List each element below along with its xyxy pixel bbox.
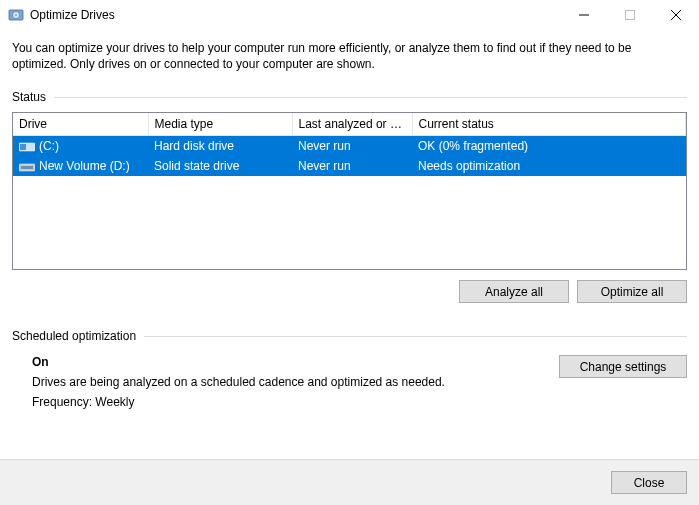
divider xyxy=(144,336,687,337)
col-last-analyzed[interactable]: Last analyzed or o... xyxy=(292,113,412,136)
scheduled-frequency: Frequency: Weekly xyxy=(32,395,539,409)
optimize-all-button[interactable]: Optimize all xyxy=(577,280,687,303)
titlebar: Optimize Drives xyxy=(0,0,699,30)
drive-last-analyzed: Never run xyxy=(292,136,412,156)
close-button[interactable]: Close xyxy=(611,471,687,494)
table-row[interactable]: (C:) Hard disk drive Never run OK (0% fr… xyxy=(13,136,686,156)
scheduled-label: Scheduled optimization xyxy=(12,329,136,343)
window-title: Optimize Drives xyxy=(30,8,561,22)
drive-name: New Volume (D:) xyxy=(39,159,130,173)
analyze-all-button[interactable]: Analyze all xyxy=(459,280,569,303)
status-button-row: Analyze all Optimize all xyxy=(12,280,687,303)
app-icon xyxy=(8,7,24,23)
drive-media-type: Solid state drive xyxy=(148,156,292,176)
scheduled-header: Scheduled optimization xyxy=(12,329,687,343)
drive-list[interactable]: Drive Media type Last analyzed or o... C… xyxy=(12,112,687,270)
svg-rect-10 xyxy=(21,166,33,169)
drive-current-status: Needs optimization xyxy=(412,156,686,176)
table-row[interactable]: New Volume (D:) Solid state drive Never … xyxy=(13,156,686,176)
maximize-button xyxy=(607,0,653,30)
change-settings-button[interactable]: Change settings xyxy=(559,355,687,378)
description-text: You can optimize your drives to help you… xyxy=(12,40,687,72)
minimize-button[interactable] xyxy=(561,0,607,30)
drive-last-analyzed: Never run xyxy=(292,156,412,176)
scheduled-description: Drives are being analyzed on a scheduled… xyxy=(32,375,539,389)
scheduled-state: On xyxy=(32,355,539,369)
col-drive[interactable]: Drive xyxy=(13,113,148,136)
close-window-button[interactable] xyxy=(653,0,699,30)
col-current-status[interactable]: Current status xyxy=(412,113,686,136)
hdd-icon xyxy=(19,141,35,153)
divider xyxy=(54,97,687,98)
drive-current-status: OK (0% fragmented) xyxy=(412,136,686,156)
table-header-row: Drive Media type Last analyzed or o... C… xyxy=(13,113,686,136)
status-header: Status xyxy=(12,90,687,104)
svg-rect-8 xyxy=(20,144,26,150)
window-controls xyxy=(561,0,699,30)
ssd-icon xyxy=(19,161,35,173)
drive-name: (C:) xyxy=(39,139,59,153)
bottom-bar: Close xyxy=(0,459,699,505)
svg-point-2 xyxy=(15,14,17,16)
drive-media-type: Hard disk drive xyxy=(148,136,292,156)
svg-rect-4 xyxy=(626,11,635,20)
status-label: Status xyxy=(12,90,46,104)
col-media-type[interactable]: Media type xyxy=(148,113,292,136)
